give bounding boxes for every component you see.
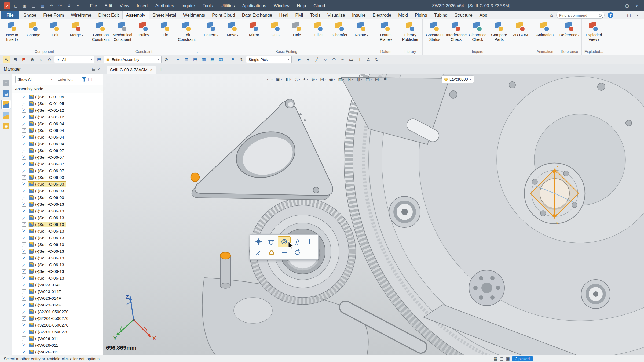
node-checkbox[interactable]: ✓ [22, 303, 26, 307]
layer-visibility-icon[interactable] [444, 78, 448, 81]
node-checkbox[interactable]: ✓ [22, 256, 26, 260]
node-checkbox[interactable]: ✓ [22, 122, 26, 126]
circle-tool-icon[interactable]: ○ [321, 56, 329, 63]
ribbon-tab-heal[interactable]: Heal [276, 11, 292, 19]
menu-edit[interactable]: Edit [101, 2, 116, 10]
node-checkbox[interactable]: ✓ [22, 336, 26, 341]
rotate-view-icon[interactable]: ↻ [373, 56, 381, 63]
layer-selector[interactable]: Layer0000 ▾ [442, 75, 474, 83]
ribbon-tab-wireframe[interactable]: Wireframe [67, 11, 95, 19]
edit-button[interactable]: Edit [44, 20, 66, 48]
flag-icon[interactable]: ⚑ [229, 56, 237, 63]
node-checkbox[interactable]: ✓ [22, 236, 26, 240]
assembly-node-row[interactable]: ✓(-)W023-014F [12, 302, 103, 308]
cut-button[interactable]: Cut ▾ [265, 20, 286, 48]
menu-cloud[interactable]: Cloud [310, 2, 328, 10]
stack-view-icon[interactable]: ▧ [217, 56, 225, 63]
assembly-node-row[interactable]: ✓(-)SelII-C-06-13 [12, 261, 103, 268]
common-constraint-button[interactable]: Common Constraint [90, 20, 112, 48]
dialog-launcher-icon[interactable]: ⌟ [371, 50, 372, 54]
lock-constraint-button[interactable] [265, 247, 278, 258]
grid-toggle-icon[interactable]: ▦ [493, 356, 497, 361]
close-button[interactable]: × [633, 2, 642, 9]
filter-dropdown[interactable]: ▼All▾ [54, 56, 94, 63]
list-view-icon[interactable]: ▤ [191, 56, 199, 63]
assembly-node-row[interactable]: ✓(-)SelII-C-06-13 [12, 214, 103, 221]
command-search-input[interactable] [559, 13, 599, 17]
ribbon-tab-weldments[interactable]: Weldments [180, 11, 208, 19]
constraint-manager-button[interactable]: ▤ [2, 89, 11, 98]
history-manager-button[interactable]: ≡ [2, 78, 11, 88]
angle-constraint-button[interactable] [252, 247, 265, 258]
box-pick-icon[interactable]: ⊞ [11, 56, 19, 63]
assembly-node-row[interactable]: ✓(-)SelII-C-01-12 [12, 114, 103, 120]
view-manager-button[interactable] [2, 111, 11, 120]
assembly-node-header[interactable]: Assembly Node [12, 85, 103, 93]
assembly-node-row[interactable]: ✓(-)32201-0500270 [12, 328, 103, 335]
ribbon-tab-direct-edit[interactable]: Direct Edit [95, 11, 122, 19]
assembly-node-row[interactable]: ✓(-)SelII-C-06-13 [12, 201, 103, 208]
node-checkbox[interactable]: ✓ [22, 216, 26, 220]
new-tab-button[interactable]: + [158, 67, 164, 74]
assembly-node-row[interactable]: ✓(-)SelII-C-06-07 [12, 147, 103, 154]
customize-quick-access-icon[interactable]: ▾ [75, 2, 81, 9]
node-checkbox[interactable]: ✓ [22, 229, 26, 233]
node-checkbox[interactable]: ✓ [22, 169, 26, 173]
menu-inquire[interactable]: Inquire [178, 2, 198, 10]
add-selection-icon[interactable]: ⊕ [28, 56, 36, 63]
compare-parts-button[interactable]: Compare Parts [488, 20, 510, 48]
assembly-node-row[interactable]: ✓(-)SelII-C-06-03 [12, 194, 103, 201]
edit-constraint-button[interactable]: Edit Constraint [176, 20, 197, 48]
pin[interactable] [220, 252, 230, 288]
perpendicular-constraint-button[interactable] [303, 236, 316, 247]
assembly-node-row[interactable]: ✓(-)SelII-C-06-07 [12, 154, 103, 161]
dialog-launcher-icon[interactable]: ⌟ [196, 50, 198, 54]
assembly-node-row[interactable]: ✓(-)SelII-C-06-13 [12, 234, 103, 241]
shade-mode-button[interactable]: ◧▾ [285, 76, 292, 83]
ribbon-tab-app[interactable]: App [476, 11, 491, 19]
save-icon[interactable]: ▣ [21, 2, 28, 9]
settings-icon[interactable]: ⚙ [66, 2, 72, 9]
assembly-node-row[interactable]: ✓(-)32201-0500270 [12, 308, 103, 315]
node-checkbox[interactable]: ✓ [22, 242, 26, 247]
node-checkbox[interactable]: ✓ [22, 108, 26, 113]
zw3d-logo[interactable]: Z [4, 2, 10, 9]
remove-selection-icon[interactable]: ⊟ [20, 56, 28, 63]
list-display-button[interactable]: ▤▾ [365, 76, 372, 83]
dialog-launcher-icon[interactable]: ⌟ [420, 50, 421, 54]
node-checkbox[interactable]: ✓ [22, 222, 26, 227]
viewport[interactable]: z v [103, 74, 644, 355]
bolt-hub[interactable] [469, 270, 504, 306]
assembly-node-row[interactable]: ✓(-)SelII-C-06-13 [12, 228, 103, 234]
assembly-node-row[interactable]: ✓(-)SelII-C-06-03 [12, 187, 103, 194]
node-checkbox[interactable]: ✓ [22, 128, 26, 133]
arc-tool-icon[interactable]: ◠ [330, 56, 338, 63]
coincident-constraint-button[interactable] [252, 236, 265, 247]
interference-check-button[interactable]: Interference Check [445, 20, 467, 48]
print-icon[interactable]: ▥ [39, 2, 46, 9]
menu-insert[interactable]: Insert [133, 2, 151, 10]
menu-utilities[interactable]: Utilities [217, 2, 238, 10]
menu-window[interactable]: Window [270, 2, 293, 10]
node-checkbox[interactable]: ✓ [22, 249, 26, 254]
show-all-dropdown[interactable]: Show All ▾ [15, 76, 54, 83]
clearance-check-button[interactable]: Clearance Check [467, 20, 488, 48]
undo-icon[interactable]: ↶ [48, 2, 54, 9]
sort-view-icon[interactable]: ▥ [200, 56, 208, 63]
ribbon-tab-piping[interactable]: Piping [411, 11, 431, 19]
node-checkbox[interactable]: ✓ [22, 330, 26, 334]
view-orient-button[interactable]: ◉▾ [328, 76, 335, 83]
ribbon-tab-structure[interactable]: Structure [451, 11, 476, 19]
doc-restore-button[interactable]: ▢ [625, 12, 633, 18]
command-search[interactable] [556, 12, 605, 19]
assembly-node-row[interactable]: ✓(-)W023-014F [12, 288, 103, 295]
assembly-node-row[interactable]: ✓(-)W026-011 [12, 342, 103, 349]
assembly-node-row[interactable]: ✓(-)SelII-C-06-13 [12, 221, 103, 228]
mirror-button[interactable]: Mirror [243, 20, 265, 48]
assembly-node-row[interactable]: ✓(-)SelII-C-06-07 [12, 167, 103, 174]
selection-filter-icon[interactable]: ▣ [506, 356, 510, 361]
assembly-node-row[interactable]: ✓(-)SelII-C-01-05 [12, 93, 103, 100]
ribbon-tab-free-form[interactable]: Free Form [40, 11, 67, 19]
filter-funnel-icon[interactable] [82, 77, 87, 82]
assembly-manager-button[interactable] [2, 100, 11, 109]
